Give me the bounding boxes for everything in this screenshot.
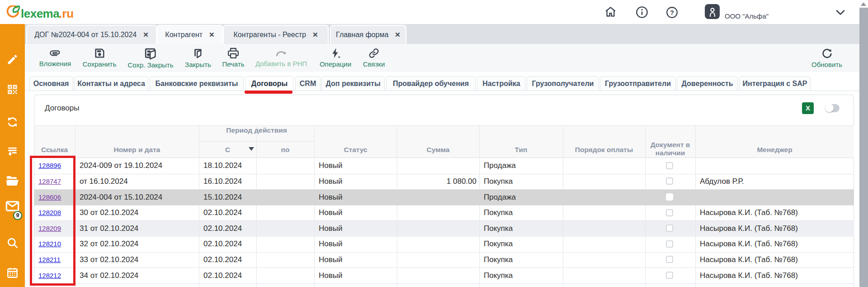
svg-text:lexema: lexema (21, 7, 60, 19)
svg-text:.ru: .ru (59, 7, 74, 19)
svg-text:?: ? (670, 9, 674, 16)
